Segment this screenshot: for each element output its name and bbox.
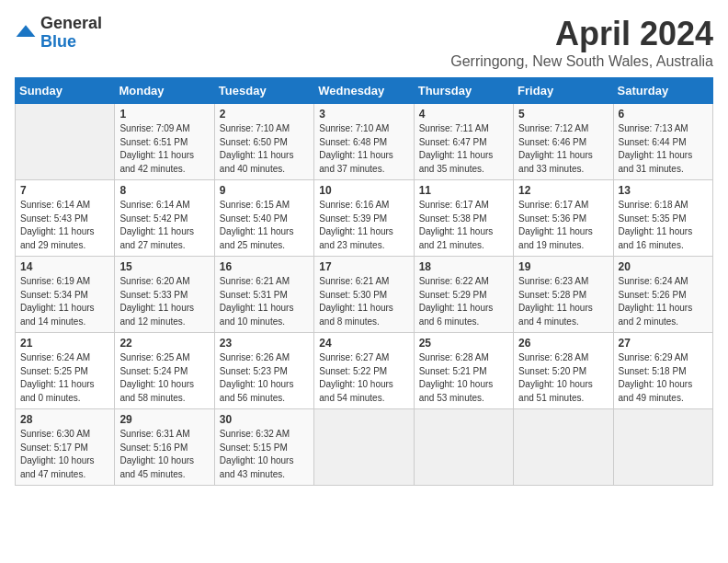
day-number: 30 (220, 413, 309, 426)
cell-info: Sunrise: 6:27 AM Sunset: 5:22 PM Dayligh… (319, 351, 408, 405)
cell-info: Sunrise: 7:12 AM Sunset: 6:46 PM Dayligh… (518, 122, 608, 176)
header-row: SundayMondayTuesdayWednesdayThursdayFrid… (16, 78, 713, 104)
calendar-cell: 29Sunrise: 6:31 AM Sunset: 5:16 PM Dayli… (115, 409, 214, 486)
calendar-cell: 6Sunrise: 7:13 AM Sunset: 6:44 PM Daylig… (613, 104, 712, 180)
cell-info: Sunrise: 6:24 AM Sunset: 5:26 PM Dayligh… (619, 275, 708, 328)
month-title: April 2024 (450, 15, 713, 53)
cell-info: Sunrise: 6:14 AM Sunset: 5:43 PM Dayligh… (20, 199, 109, 252)
day-number: 22 (119, 337, 209, 350)
header-cell-saturday: Saturday (613, 78, 712, 104)
cell-info: Sunrise: 6:19 AM Sunset: 5:34 PM Dayligh… (20, 275, 109, 328)
day-number: 11 (419, 184, 508, 197)
calendar-cell: 2Sunrise: 7:10 AM Sunset: 6:50 PM Daylig… (214, 104, 313, 180)
header-cell-monday: Monday (115, 78, 214, 104)
calendar-cell: 18Sunrise: 6:22 AM Sunset: 5:29 PM Dayli… (414, 257, 513, 333)
calendar-cell: 20Sunrise: 6:24 AM Sunset: 5:26 PM Dayli… (613, 257, 712, 333)
calendar-cell: 9Sunrise: 6:15 AM Sunset: 5:40 PM Daylig… (214, 180, 313, 257)
week-row-3: 14Sunrise: 6:19 AM Sunset: 5:34 PM Dayli… (16, 257, 713, 333)
cell-info: Sunrise: 7:11 AM Sunset: 6:47 PM Dayligh… (419, 122, 508, 176)
calendar-cell: 19Sunrise: 6:23 AM Sunset: 5:28 PM Dayli… (514, 257, 613, 333)
calendar-cell: 5Sunrise: 7:12 AM Sunset: 6:46 PM Daylig… (514, 104, 613, 180)
calendar-cell: 22Sunrise: 6:25 AM Sunset: 5:24 PM Dayli… (115, 333, 214, 409)
calendar-cell (16, 104, 115, 180)
cell-info: Sunrise: 6:18 AM Sunset: 5:35 PM Dayligh… (619, 199, 708, 252)
week-row-2: 7Sunrise: 6:14 AM Sunset: 5:43 PM Daylig… (16, 180, 713, 257)
calendar-cell: 8Sunrise: 6:14 AM Sunset: 5:42 PM Daylig… (115, 180, 214, 257)
cell-info: Sunrise: 6:16 AM Sunset: 5:39 PM Dayligh… (319, 199, 408, 252)
day-number: 29 (119, 413, 209, 426)
day-number: 21 (20, 337, 109, 350)
header-cell-tuesday: Tuesday (214, 78, 313, 104)
logo: General Blue (15, 15, 102, 52)
day-number: 16 (220, 260, 309, 273)
cell-info: Sunrise: 7:10 AM Sunset: 6:48 PM Dayligh… (319, 122, 408, 176)
calendar-cell (314, 409, 414, 486)
calendar-cell: 30Sunrise: 6:32 AM Sunset: 5:15 PM Dayli… (214, 409, 313, 486)
week-row-1: 1Sunrise: 7:09 AM Sunset: 6:51 PM Daylig… (16, 104, 713, 180)
cell-info: Sunrise: 6:32 AM Sunset: 5:15 PM Dayligh… (220, 428, 309, 481)
day-number: 27 (619, 337, 708, 350)
day-number: 2 (220, 108, 309, 121)
cell-info: Sunrise: 6:15 AM Sunset: 5:40 PM Dayligh… (220, 199, 309, 252)
day-number: 25 (419, 337, 508, 350)
cell-info: Sunrise: 6:21 AM Sunset: 5:30 PM Dayligh… (319, 275, 408, 328)
cell-info: Sunrise: 7:10 AM Sunset: 6:50 PM Dayligh… (220, 122, 309, 176)
cell-info: Sunrise: 7:13 AM Sunset: 6:44 PM Dayligh… (619, 122, 708, 176)
cell-info: Sunrise: 6:26 AM Sunset: 5:23 PM Dayligh… (220, 351, 309, 405)
day-number: 5 (518, 108, 608, 121)
day-number: 13 (619, 184, 708, 197)
calendar-cell: 17Sunrise: 6:21 AM Sunset: 5:30 PM Dayli… (314, 257, 414, 333)
cell-info: Sunrise: 6:21 AM Sunset: 5:31 PM Dayligh… (220, 275, 309, 328)
calendar-cell: 14Sunrise: 6:19 AM Sunset: 5:34 PM Dayli… (16, 257, 115, 333)
day-number: 4 (419, 108, 508, 121)
calendar-table: SundayMondayTuesdayWednesdayThursdayFrid… (15, 77, 713, 486)
calendar-cell: 7Sunrise: 6:14 AM Sunset: 5:43 PM Daylig… (16, 180, 115, 257)
calendar-cell: 24Sunrise: 6:27 AM Sunset: 5:22 PM Dayli… (314, 333, 414, 409)
calendar-cell: 16Sunrise: 6:21 AM Sunset: 5:31 PM Dayli… (214, 257, 313, 333)
cell-info: Sunrise: 6:23 AM Sunset: 5:28 PM Dayligh… (518, 275, 608, 328)
day-number: 10 (319, 184, 408, 197)
cell-info: Sunrise: 6:30 AM Sunset: 5:17 PM Dayligh… (20, 428, 109, 481)
calendar-cell: 21Sunrise: 6:24 AM Sunset: 5:25 PM Dayli… (16, 333, 115, 409)
day-number: 20 (619, 260, 708, 273)
calendar-cell: 10Sunrise: 6:16 AM Sunset: 5:39 PM Dayli… (314, 180, 414, 257)
day-number: 24 (319, 337, 408, 350)
week-row-5: 28Sunrise: 6:30 AM Sunset: 5:17 PM Dayli… (16, 409, 713, 486)
cell-info: Sunrise: 6:22 AM Sunset: 5:29 PM Dayligh… (419, 275, 508, 328)
calendar-cell: 15Sunrise: 6:20 AM Sunset: 5:33 PM Dayli… (115, 257, 214, 333)
calendar-cell: 12Sunrise: 6:17 AM Sunset: 5:36 PM Dayli… (514, 180, 613, 257)
day-number: 8 (119, 184, 209, 197)
day-number: 6 (619, 108, 708, 121)
day-number: 9 (220, 184, 309, 197)
calendar-cell: 13Sunrise: 6:18 AM Sunset: 5:35 PM Dayli… (613, 180, 712, 257)
cell-info: Sunrise: 7:09 AM Sunset: 6:51 PM Dayligh… (119, 122, 209, 176)
header-cell-friday: Friday (514, 78, 613, 104)
cell-info: Sunrise: 6:25 AM Sunset: 5:24 PM Dayligh… (119, 351, 209, 405)
week-row-4: 21Sunrise: 6:24 AM Sunset: 5:25 PM Dayli… (16, 333, 713, 409)
day-number: 23 (220, 337, 309, 350)
cell-info: Sunrise: 6:28 AM Sunset: 5:20 PM Dayligh… (518, 351, 608, 405)
cell-info: Sunrise: 6:31 AM Sunset: 5:16 PM Dayligh… (119, 428, 209, 481)
day-number: 1 (119, 108, 209, 121)
cell-info: Sunrise: 6:29 AM Sunset: 5:18 PM Dayligh… (619, 351, 708, 405)
header-cell-wednesday: Wednesday (314, 78, 414, 104)
calendar-cell (414, 409, 513, 486)
cell-info: Sunrise: 6:17 AM Sunset: 5:36 PM Dayligh… (518, 199, 608, 252)
day-number: 17 (319, 260, 408, 273)
cell-info: Sunrise: 6:20 AM Sunset: 5:33 PM Dayligh… (119, 275, 209, 328)
calendar-cell (613, 409, 712, 486)
calendar-cell: 27Sunrise: 6:29 AM Sunset: 5:18 PM Dayli… (613, 333, 712, 409)
header-cell-thursday: Thursday (414, 78, 513, 104)
cell-info: Sunrise: 6:17 AM Sunset: 5:38 PM Dayligh… (419, 199, 508, 252)
cell-info: Sunrise: 6:24 AM Sunset: 5:25 PM Dayligh… (20, 351, 109, 405)
day-number: 15 (119, 260, 209, 273)
day-number: 7 (20, 184, 109, 197)
cell-info: Sunrise: 6:28 AM Sunset: 5:21 PM Dayligh… (419, 351, 508, 405)
calendar-cell: 1Sunrise: 7:09 AM Sunset: 6:51 PM Daylig… (115, 104, 214, 180)
logo-icon (15, 22, 37, 44)
calendar-cell: 3Sunrise: 7:10 AM Sunset: 6:48 PM Daylig… (314, 104, 414, 180)
location-subtitle: Gerringong, New South Wales, Australia (450, 53, 713, 70)
cell-info: Sunrise: 6:14 AM Sunset: 5:42 PM Dayligh… (119, 199, 209, 252)
calendar-cell: 26Sunrise: 6:28 AM Sunset: 5:20 PM Dayli… (514, 333, 613, 409)
calendar-cell (514, 409, 613, 486)
